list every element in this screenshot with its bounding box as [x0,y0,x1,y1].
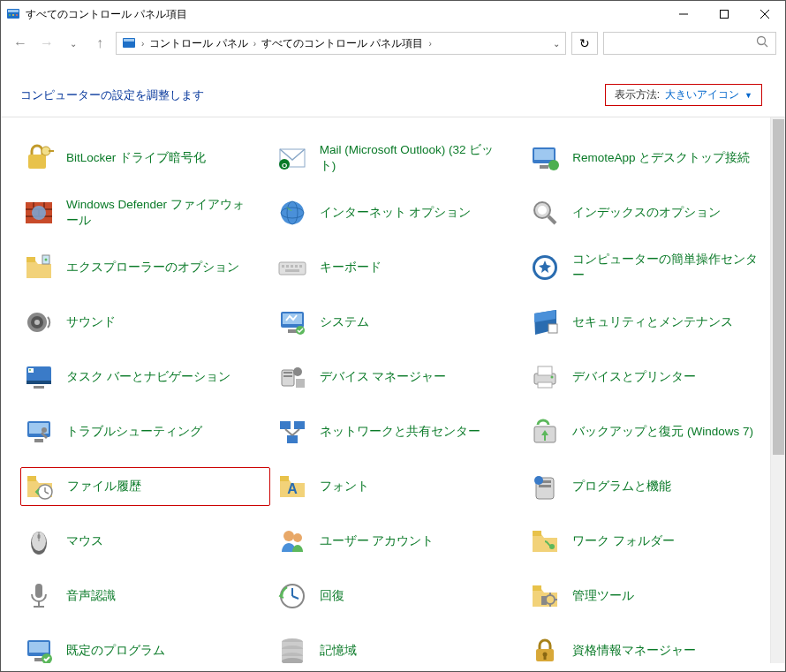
control-panel-item[interactable]: 記憶域 [274,631,524,663]
page-title: コンピューターの設定を調整します [20,87,204,103]
svg-point-69 [551,376,554,379]
control-panel-item[interactable]: 音声認識 [20,577,270,615]
chevron-down-icon[interactable]: ⌄ [553,39,560,49]
control-panel-item[interactable]: デバイス マネージャー [274,358,524,396]
svg-line-34 [548,216,555,223]
control-panel-item[interactable]: サウンド [20,303,270,342]
control-panel-item[interactable]: システム [274,303,524,342]
item-label: BitLocker ドライブ暗号化 [66,150,206,166]
item-label: ファイル履歴 [67,479,141,495]
svg-point-11 [758,37,766,45]
backup-icon [528,415,562,449]
speech-icon [22,579,56,613]
control-panel-item[interactable]: トラブルシューティング [20,412,270,451]
recovery-icon [276,579,309,613]
network-icon [276,415,309,449]
control-panel-item[interactable]: エクスプローラーのオプション [20,248,270,287]
control-panel-item[interactable]: インターネット オプション [274,193,524,232]
svg-rect-1 [8,10,19,12]
scrollbar[interactable] [770,117,785,663]
svg-rect-80 [27,476,36,481]
recent-locations-button[interactable]: ⌄ [63,33,84,54]
devices-printers-icon [528,360,562,394]
svg-rect-90 [536,478,541,483]
admin-tools-icon [528,579,562,613]
security-icon [528,306,562,339]
file-history-icon [23,470,57,503]
back-button[interactable]: ← [10,33,31,54]
minimize-button[interactable] [663,1,704,27]
ease-of-access-icon [528,251,562,284]
control-panel-item[interactable]: ネットワークと共有センター [274,412,524,451]
forward-button[interactable]: → [36,33,57,54]
sound-icon [22,306,56,339]
control-panel-item[interactable]: プログラムと機能 [526,467,776,506]
svg-point-38 [45,259,48,261]
control-panel-item[interactable]: RemoteApp とデスクトップ接続 [526,139,776,177]
svg-point-2 [9,14,11,16]
control-panel-item[interactable]: マウス [20,522,270,561]
svg-rect-36 [26,257,35,262]
control-panel-item[interactable]: OMail (Microsoft Outlook) (32 ビット) [274,139,524,177]
svg-rect-72 [34,439,43,442]
svg-rect-109 [29,642,49,653]
control-panel-item[interactable]: 既定のプログラム [20,631,270,663]
firewall-icon [22,196,56,230]
storage-icon [276,634,309,663]
address-bar-row: ← → ⌄ ↑ › コントロール パネル › すべてのコントロール パネル項目 … [1,27,785,59]
breadcrumb-part-1[interactable]: コントロール パネル [149,36,247,51]
close-button[interactable] [744,1,785,27]
control-panel-item[interactable]: ワーク フォルダー [526,522,776,561]
item-label: デバイスとプリンター [572,369,696,385]
breadcrumb-part-2[interactable]: すべてのコントロール パネル項目 [261,36,423,51]
view-mode-selector[interactable]: 表示方法: 大きいアイコン ▼ [605,84,762,106]
address-bar[interactable]: › コントロール パネル › すべてのコントロール パネル項目 › ⌄ [116,32,566,55]
svg-rect-55 [548,324,557,333]
svg-point-98 [549,544,555,549]
control-panel-item[interactable]: Windows Defender ファイアウォール [20,193,270,232]
item-label: 音声認識 [66,588,116,604]
item-label: セキュリティとメンテナンス [572,314,733,330]
item-label: マウス [66,533,103,549]
item-label: ワーク フォルダー [572,533,675,549]
svg-rect-45 [285,269,299,272]
svg-rect-41 [286,265,289,268]
svg-rect-44 [299,265,302,268]
items-grid: BitLocker ドライブ暗号化OMail (Microsoft Outloo… [1,117,785,663]
svg-rect-62 [283,372,292,374]
control-panel-item[interactable]: ファイル履歴 [20,467,270,506]
svg-rect-75 [294,421,305,429]
control-panel-item[interactable]: BitLocker ドライブ暗号化 [20,139,270,177]
control-panel-item[interactable]: ユーザー アカウント [274,522,524,561]
svg-rect-39 [279,262,306,275]
control-panel-item[interactable]: インデックスのオプション [526,193,776,232]
control-panel-icon [122,36,136,50]
svg-rect-74 [280,421,291,429]
item-label: コンピューターの簡単操作センター [572,252,758,283]
item-label: タスク バーとナビゲーション [66,369,231,385]
control-panel-item[interactable]: セキュリティとメンテナンス [526,303,776,342]
maximize-button[interactable] [704,1,744,27]
control-panel-item[interactable]: 管理ツール [526,577,776,615]
svg-rect-105 [533,585,541,591]
item-label: Mail (Microsoft Outlook) (32 ビット) [320,142,505,174]
refresh-button[interactable]: ↻ [571,32,598,55]
up-button[interactable]: ↑ [89,33,110,54]
scrollbar-thumb[interactable] [773,119,784,455]
svg-point-95 [283,531,294,541]
control-panel-item[interactable]: 回復 [274,577,524,615]
control-panel-item[interactable]: キーボード [274,248,524,287]
control-panel-item[interactable]: 資格情報マネージャー [526,631,776,663]
control-panel-item[interactable]: タスク バーとナビゲーション [20,358,270,396]
explorer-options-icon [22,251,56,284]
control-panel-item[interactable]: Aフォント [274,467,524,506]
control-panel-item[interactable]: バックアップと復元 (Windows 7) [526,412,776,451]
svg-rect-60 [34,386,44,389]
control-panel-item[interactable]: デバイスとプリンター [526,358,776,396]
default-programs-icon [22,634,56,663]
search-input[interactable] [603,32,776,55]
item-label: Windows Defender ファイアウォール [66,197,252,229]
item-label: バックアップと復元 (Windows 7) [572,424,753,440]
item-label: サウンド [66,314,116,330]
control-panel-item[interactable]: コンピューターの簡単操作センター [526,248,776,287]
